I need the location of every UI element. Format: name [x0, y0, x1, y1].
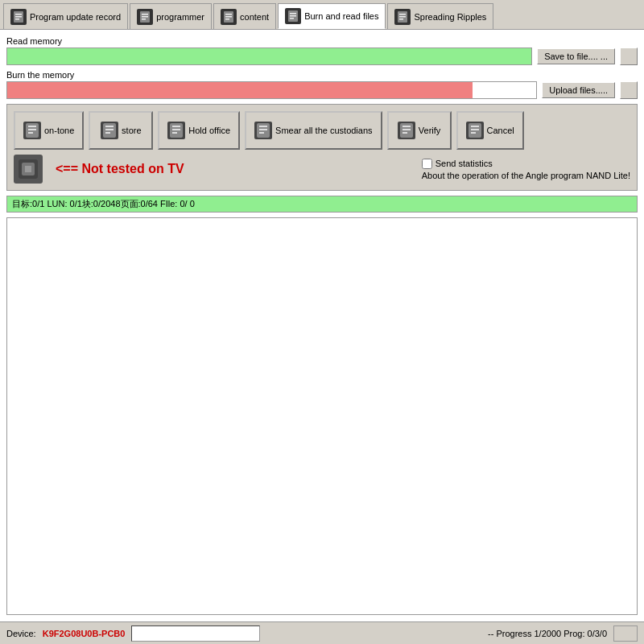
burn-memory-label: Burn the memory	[6, 70, 638, 80]
send-stats: Send statistics About the operation of t…	[422, 159, 630, 180]
burn-memory-fill	[7, 82, 473, 98]
smear-custodians-icon	[254, 122, 272, 139]
on-tone-label: on-tone	[44, 125, 74, 136]
svg-rect-6	[142, 16, 148, 18]
progress-status-text: 目标:0/1 LUN: 0/1块:0/2048页面:0/64 FIle:	[12, 199, 177, 208]
svg-rect-33	[259, 126, 267, 127]
svg-rect-18	[399, 16, 406, 18]
tab-icon-program-update	[10, 9, 27, 25]
store-button[interactable]: store	[89, 111, 153, 150]
svg-rect-25	[105, 126, 114, 127]
svg-rect-43	[471, 132, 476, 134]
status-bar-arrow	[613, 625, 638, 642]
tab-programmer[interactable]: programmer	[130, 3, 212, 29]
device-label: Device:	[6, 629, 36, 638]
svg-rect-10	[225, 16, 232, 18]
smear-custodians-button[interactable]: Smear all the custodians	[245, 111, 382, 150]
svg-rect-14	[290, 15, 296, 17]
svg-rect-38	[402, 129, 411, 130]
svg-rect-21	[28, 126, 36, 127]
upload-browse-button[interactable]	[620, 81, 638, 99]
svg-rect-34	[259, 129, 267, 130]
hold-office-icon	[167, 122, 185, 139]
cancel-icon	[466, 122, 484, 139]
hold-office-button[interactable]: Hold office	[158, 111, 240, 150]
smear-custodians-label: Smear all the custodians	[275, 125, 372, 136]
status-bar: Device: K9F2G08U0B-PCB0 -- Progress 1/20…	[0, 621, 644, 644]
tab-label-content: content	[240, 12, 269, 22]
tab-program-update[interactable]: Program update record	[3, 3, 128, 29]
tab-bar: Program update record programmer content…	[0, 0, 644, 30]
tab-icon-content	[221, 9, 237, 25]
send-stats-label: Send statistics	[436, 159, 493, 168]
svg-rect-29	[172, 126, 180, 127]
not-tested-text: <== Not tested on TV	[56, 162, 184, 176]
cancel-button[interactable]: Cancel	[456, 111, 524, 150]
progress-info: -- Progress 1/2000 Prog: 0/3/0	[488, 629, 607, 638]
tab-icon-programmer	[137, 9, 153, 25]
read-memory-fill	[7, 48, 531, 64]
send-stats-checkbox-label[interactable]: Send statistics	[422, 159, 630, 169]
svg-rect-41	[471, 126, 479, 127]
tab-label-program-update: Program update record	[30, 12, 121, 22]
progress-status-bar: 目标:0/1 LUN: 0/1块:0/2048页面:0/64 FIle: 0/ …	[6, 196, 638, 213]
svg-rect-9	[225, 14, 232, 15]
svg-rect-42	[471, 129, 479, 130]
burn-memory-section: Burn the memory Upload files.....	[6, 70, 638, 99]
save-to-file-button[interactable]: Save to file.... ...	[537, 48, 615, 64]
svg-rect-31	[172, 132, 177, 134]
save-browse-button[interactable]	[620, 47, 638, 65]
log-area[interactable]	[6, 217, 638, 615]
tab-content[interactable]: content	[213, 3, 276, 29]
read-memory-label: Read memory	[6, 36, 638, 46]
main-window: Program update record programmer content…	[0, 0, 644, 644]
send-stats-checkbox[interactable]	[422, 159, 432, 169]
svg-rect-1	[15, 14, 22, 15]
svg-rect-13	[290, 13, 296, 14]
tab-icon-burn-read	[285, 8, 301, 24]
svg-rect-19	[399, 19, 403, 20]
tab-icon-spreading	[394, 9, 411, 25]
svg-rect-37	[402, 126, 411, 127]
status-row: <== Not tested on TV Send statistics Abo…	[14, 155, 630, 184]
on-tone-icon	[23, 122, 41, 139]
upload-files-button[interactable]: Upload files.....	[542, 82, 615, 98]
progress-status-counter: 0/ 0	[180, 199, 195, 208]
read-memory-row: Save to file.... ...	[6, 47, 638, 65]
store-label: store	[122, 125, 141, 136]
burn-memory-row: Upload files.....	[6, 81, 638, 99]
action-panel: on-tone store Hold office	[6, 104, 638, 191]
tab-burn-read[interactable]: Burn and read files	[278, 3, 386, 29]
svg-rect-22	[28, 129, 36, 130]
svg-rect-46	[25, 166, 31, 172]
svg-rect-26	[105, 129, 114, 130]
svg-rect-27	[105, 132, 110, 134]
tab-label-programmer: programmer	[156, 12, 204, 22]
on-tone-button[interactable]: on-tone	[14, 111, 84, 150]
hold-office-label: Hold office	[188, 125, 230, 136]
svg-rect-7	[142, 19, 146, 20]
tab-label-burn-read: Burn and read files	[304, 11, 378, 21]
svg-rect-35	[259, 132, 264, 134]
svg-rect-23	[28, 132, 33, 134]
read-memory-section: Read memory Save to file.... ...	[6, 36, 638, 65]
burn-memory-progress	[6, 81, 537, 99]
device-value: K9F2G08U0B-PCB0	[43, 629, 126, 638]
device-input[interactable]	[131, 625, 260, 642]
cancel-label: Cancel	[487, 125, 514, 136]
svg-rect-15	[290, 18, 294, 19]
tab-spreading[interactable]: Spreading Ripples	[387, 3, 493, 29]
svg-rect-2	[15, 16, 22, 18]
content-area: Read memory Save to file.... ... Burn th…	[0, 30, 644, 621]
read-memory-progress	[6, 47, 532, 65]
svg-rect-3	[15, 19, 19, 20]
svg-rect-17	[399, 14, 406, 15]
verify-icon	[398, 122, 415, 139]
svg-rect-11	[225, 19, 229, 20]
store-icon	[101, 122, 118, 139]
action-buttons-row: on-tone store Hold office	[14, 111, 630, 150]
verify-button[interactable]: Verify	[387, 111, 452, 150]
tab-label-spreading: Spreading Ripples	[414, 12, 486, 22]
send-stats-description: About the operation of the Angle program…	[422, 171, 630, 180]
svg-rect-30	[172, 129, 180, 130]
